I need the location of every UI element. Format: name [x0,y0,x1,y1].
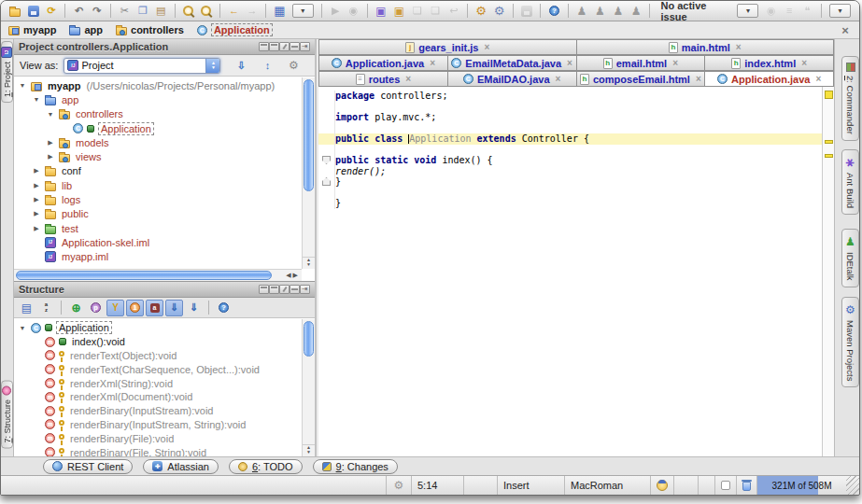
caret-position[interactable]: 5:14 [411,476,463,495]
hide-panel-button[interactable] [300,42,310,51]
gear-menu-button[interactable] [284,57,303,75]
sort-by-type-button[interactable] [18,300,35,316]
view-as-combo[interactable]: Project ▲▼ [64,58,220,74]
float-panel-button[interactable] [259,285,269,294]
editor-tab-index.html[interactable]: index.html× [704,55,834,70]
help-button[interactable] [215,300,233,316]
minimize-panel-button[interactable] [290,42,300,51]
cut-button[interactable] [116,2,133,20]
settings-button[interactable] [473,2,489,20]
warning-marker[interactable] [825,140,833,144]
tab-close-icon[interactable]: × [430,58,435,68]
autoscroll-to-source-button[interactable] [165,300,183,316]
user-permissions-button[interactable] [628,2,644,20]
run-configurations-button[interactable] [271,2,288,20]
tool-tab-7-Structure[interactable]: 7: Structure [1,381,13,449]
sort-alpha-button[interactable] [37,300,55,316]
dock-window-button[interactable] [427,2,444,20]
error-stripe[interactable] [822,87,834,456]
structure-vertical-scrollbar[interactable]: ▲▼ [302,319,315,456]
editor-gutter[interactable] [318,133,335,145]
warning-marker[interactable] [825,91,833,99]
editor-gutter[interactable] [318,166,335,177]
structure-item-renderBinary-File-void[interactable]: renderBinary(File):void [14,431,302,445]
editor-gutter[interactable] [318,123,335,134]
tool-tab-IDEtalk[interactable]: IDEtalk [841,229,859,287]
project-item-controllers[interactable]: ▼controllers [14,107,302,121]
structure-item-index-void[interactable]: index():void [14,335,302,349]
tab-close-icon[interactable]: × [672,58,678,68]
project-structure-button[interactable] [490,2,507,20]
project-vertical-scrollbar[interactable]: ▲▼ [302,77,315,269]
project-item-models[interactable]: ▶models [14,135,302,149]
tree-expander-icon[interactable]: ▶ [32,182,41,189]
tab-close-icon[interactable]: × [484,42,489,52]
tab-close-icon[interactable]: × [736,42,742,52]
insert-mode[interactable]: Insert [497,476,564,495]
tool-button-9-Changes[interactable]: 9: Changes [313,459,398,474]
editor-gutter[interactable] [318,188,335,199]
project-item-Application[interactable]: Application [14,121,302,135]
task-list-button[interactable] [781,2,798,20]
tool-tab-2-Commander[interactable]: 2: Commander [841,56,859,141]
synchronize-button[interactable] [43,2,60,20]
project-item-Application-skel-iml[interactable]: Application-skel.iml [14,235,302,249]
structure-item-renderBinary-InputStream-void[interactable]: renderBinary(InputStream):void [14,404,302,418]
memory-indicator[interactable]: 321M of 508M [756,476,846,495]
tree-expander-icon[interactable]: ▼ [46,111,55,118]
find-button[interactable] [180,2,197,20]
tree-expander-icon[interactable]: ▶ [32,210,41,217]
editor-tab-gears_init.js[interactable]: gears_init.js× [318,39,577,54]
module-settings-button[interactable] [373,2,389,20]
editor-gutter[interactable] [318,112,335,123]
editor-tab-EmailMetaData.java[interactable]: EmailMetaData.java× [447,55,577,70]
toolbar-end-dropdown[interactable]: ▾ [829,4,851,18]
editor-gutter[interactable] [318,91,335,102]
tab-close-icon[interactable]: × [696,74,701,84]
status-settings[interactable] [386,476,411,495]
pin-panel-button[interactable] [279,42,290,51]
project-item-public[interactable]: ▶public [14,207,302,221]
paste-button[interactable] [152,2,169,20]
tool-tab-Maven-Projects[interactable]: Maven Projects [841,297,859,387]
code-editor[interactable]: package controllers;import play.mvc.*;pu… [318,87,822,456]
user-add-button[interactable] [573,2,590,20]
open-project-button[interactable] [7,2,23,20]
structure-item-renderBinary-File-String-void[interactable]: renderBinary(File, String):void [14,445,302,456]
breadcrumb-app[interactable]: app [69,24,103,35]
tree-expander-icon[interactable]: ▶ [32,167,41,175]
user-find-button[interactable] [591,2,608,20]
editor-gutter[interactable] [318,102,335,113]
editor-tab-EMailDAO.java[interactable]: EMailDAO.java× [447,71,577,86]
structure-item-renderBinary-InputStream-String-void[interactable]: renderBinary(InputStream, String):void [14,418,302,432]
editor-gutter[interactable] [318,176,335,188]
project-item-views[interactable]: ▶views [14,149,302,163]
save-button[interactable] [24,2,41,20]
project-item-conf[interactable]: ▶conf [14,164,302,178]
save-all-disabled-button[interactable] [518,2,535,20]
editor-gutter[interactable] [318,145,335,156]
back-button[interactable] [225,2,242,20]
screenshot-button[interactable] [762,2,779,20]
editor-tab-email.html[interactable]: email.html× [576,55,706,70]
copy-button[interactable] [134,2,151,20]
redo-button[interactable] [89,2,106,20]
lock-button[interactable]: a [146,300,163,316]
show-public-button[interactable] [126,300,144,316]
run-gc-button[interactable] [736,476,756,495]
float-window-button[interactable] [409,2,426,20]
minimize-panel-button[interactable] [290,285,300,294]
tool-tab-Ant-Build[interactable]: Ant Build [841,149,859,215]
project-item-myapp-iml[interactable]: myapp.iml [14,250,302,264]
issue-dropdown[interactable]: ▾ [737,4,758,18]
tool-button-REST-Client[interactable]: REST Client [43,459,133,474]
project-item-myapp[interactable]: ▼myapp (/Users/nicolas/Projects/Personal… [14,78,302,92]
deployment-button[interactable] [390,2,407,20]
tree-expander-icon[interactable]: ▼ [32,96,41,103]
project-item-logs[interactable]: ▶logs [14,192,302,206]
navbar-close-icon[interactable] [839,23,852,36]
inspections-widget[interactable] [650,476,673,495]
show-fields-button[interactable] [106,300,124,316]
tab-close-icon[interactable]: × [567,58,572,68]
project-horizontal-scrollbar[interactable]: ◀▶ [14,269,302,281]
